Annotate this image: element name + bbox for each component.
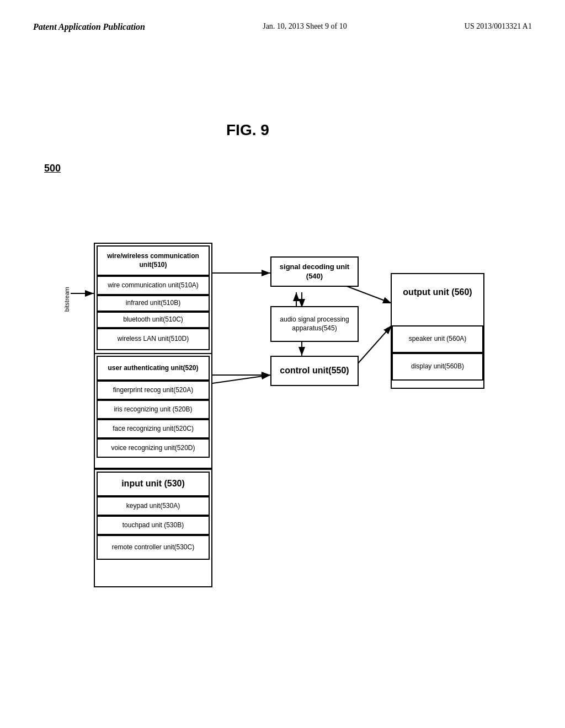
audio-signal-box: audio signal processing apparatus(545) [270, 306, 359, 342]
input-unit-box: input unit (530) [97, 472, 210, 496]
page: Patent Application Publication Jan. 10, … [0, 0, 565, 728]
voice-box: voice recognizing unit(520D) [97, 438, 210, 458]
diagram-area: FIG. 9 500 bitstream [33, 110, 530, 607]
page-header: Patent Application Publication Jan. 10, … [33, 22, 532, 32]
wireless-lan-box: wireless LAN unit(510D) [97, 328, 210, 350]
remote-box: remote controller unit(530C) [97, 535, 210, 560]
figure-title: FIG. 9 [226, 121, 269, 139]
display-box: display unit(560B) [392, 353, 483, 381]
wire-comm-box: wire communication unit(510A) [97, 276, 210, 295]
control-unit-box: control unit(550) [270, 356, 359, 386]
bluetooth-box: bluetooth unit(510C) [97, 312, 210, 328]
sheet-info: Jan. 10, 2013 Sheet 9 of 10 [263, 22, 347, 31]
iris-box: iris recognizing unit (520B) [97, 400, 210, 419]
output-unit-box: output unit (560) [392, 275, 483, 311]
patent-number: US 2013/0013321 A1 [465, 22, 532, 31]
speaker-box: speaker unit (560A) [392, 325, 483, 353]
bitstream-label: bitstream [63, 287, 70, 312]
user-auth-box: user authenticating unit(520) [97, 356, 210, 381]
touchpad-box: touchpad unit (530B) [97, 516, 210, 535]
infrared-box: infrared unit(510B) [97, 295, 210, 312]
system-number: 500 [44, 163, 61, 174]
fingerprint-box: fingerprint recog unit(520A) [97, 381, 210, 400]
face-box: face recognizing unit(520C) [97, 419, 210, 438]
keypad-box: keypad unit(530A) [97, 496, 210, 516]
wire-wireless-box: wire/wireless communication unit(510) [97, 245, 210, 276]
signal-decoding-box: signal decoding unit (540) [270, 256, 359, 287]
publication-title: Patent Application Publication [33, 22, 145, 32]
